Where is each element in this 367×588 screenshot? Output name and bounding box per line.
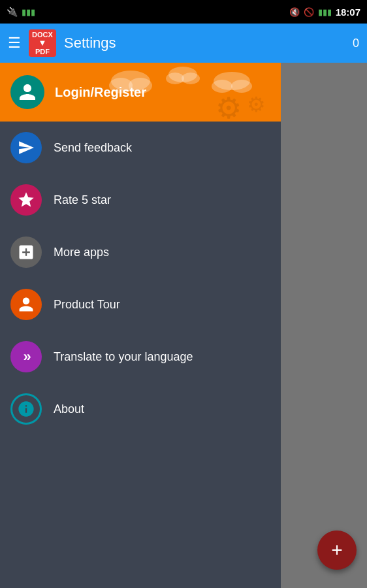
rate-icon-circle — [10, 184, 42, 216]
status-bar: 🔌 ▮▮▮ 🔇 🚫 ▮▮▮ 18:07 — [0, 0, 367, 24]
more-apps-icon — [17, 243, 35, 261]
send-feedback-icon — [18, 139, 35, 156]
logo-bottom-text: PDF — [35, 48, 50, 56]
status-left-icons: 🔌 ▮▮▮ — [7, 7, 35, 17]
left-panel: ⚙ ⚙ Login/Register Sen — [0, 63, 281, 588]
product-tour-icon — [18, 296, 35, 313]
menu-item-rate[interactable]: Rate 5 star — [0, 174, 281, 226]
fab-button[interactable]: + — [317, 531, 357, 570]
svg-point-7 — [212, 80, 232, 93]
translate-label: Translate to your language — [54, 350, 193, 364]
battery-status-icon: ▮▮▮ — [22, 7, 35, 17]
product-tour-label: Product Tour — [54, 298, 120, 312]
send-feedback-icon-circle — [10, 132, 42, 163]
logo-arrow: ▼ — [39, 39, 47, 48]
login-label[interactable]: Login/Register — [55, 85, 146, 100]
menu-item-more-apps[interactable]: More apps — [0, 226, 281, 278]
app-bar: ☰ DOCX ▼ PDF Settings 0 — [0, 24, 367, 63]
translate-icon-circle: » — [10, 341, 42, 372]
svg-text:⚙: ⚙ — [215, 91, 242, 122]
svg-text:⚙: ⚙ — [247, 93, 266, 116]
svg-point-8 — [231, 80, 252, 93]
star-icon — [17, 191, 35, 209]
block-icon: 🚫 — [304, 7, 314, 17]
menu-item-send-feedback[interactable]: Send feedback — [0, 122, 281, 174]
fab-plus-icon: + — [331, 540, 343, 560]
mute-icon: 🔇 — [289, 7, 300, 17]
battery-icon: ▮▮▮ — [318, 7, 332, 17]
about-label: About — [54, 402, 84, 416]
translate-chevrons-icon: » — [23, 348, 29, 365]
status-time: 18:07 — [336, 7, 360, 18]
person-icon — [18, 82, 37, 102]
hamburger-icon[interactable]: ☰ — [8, 35, 21, 52]
menu-item-about[interactable]: About — [0, 383, 281, 435]
main-layout: ⚙ ⚙ Login/Register Sen — [0, 63, 367, 588]
usb-icon: 🔌 — [7, 7, 18, 17]
product-tour-icon-circle — [10, 289, 42, 320]
right-panel: + — [281, 63, 367, 588]
menu-item-translate[interactable]: » Translate to your language — [0, 331, 281, 383]
login-avatar — [10, 75, 44, 109]
about-icon-circle — [10, 393, 42, 425]
app-title: Settings — [64, 35, 345, 52]
menu-item-product-tour[interactable]: Product Tour — [0, 278, 281, 331]
more-apps-label: More apps — [54, 246, 109, 259]
notification-badge: 0 — [353, 37, 359, 50]
send-feedback-label: Send feedback — [54, 141, 132, 155]
svg-point-4 — [166, 73, 184, 84]
status-right-icons: 🔇 🚫 ▮▮▮ 18:07 — [289, 7, 360, 18]
info-icon — [17, 400, 35, 418]
rate-label: Rate 5 star — [54, 193, 111, 207]
app-logo: DOCX ▼ PDF — [29, 29, 56, 57]
login-banner[interactable]: ⚙ ⚙ Login/Register — [0, 63, 281, 122]
menu-list: Send feedback Rate 5 star More app — [0, 122, 281, 588]
more-apps-icon-circle — [10, 237, 42, 268]
svg-point-5 — [182, 73, 200, 84]
